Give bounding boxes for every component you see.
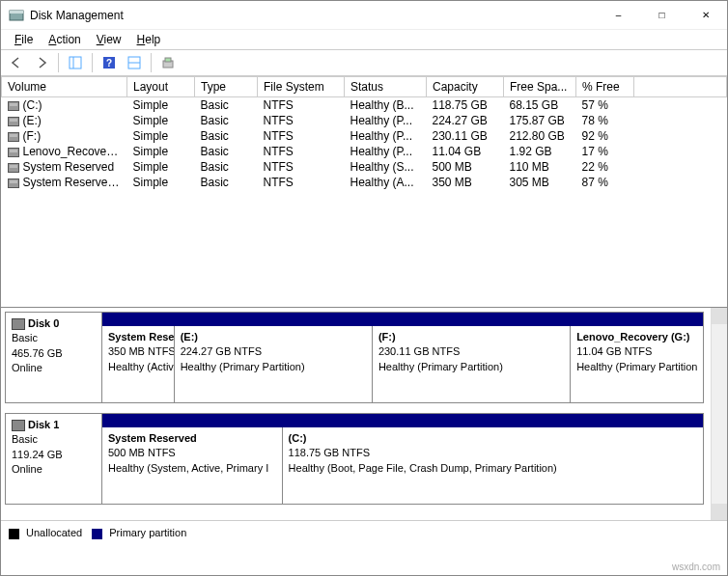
volume-free: 110 MB xyxy=(504,159,576,175)
forward-button[interactable] xyxy=(30,52,53,73)
settings-button[interactable] xyxy=(123,52,146,73)
col-pctfree[interactable]: % Free xyxy=(576,77,634,97)
partition-size: 350 MB NTFS xyxy=(108,345,175,357)
volume-row[interactable]: Lenovo_Recovery ...SimpleBasicNTFSHealth… xyxy=(2,144,727,159)
partition[interactable]: (C:)118.75 GB NTFSHealthy (Boot, Page Fi… xyxy=(283,427,703,504)
legend-primary: Primary partition xyxy=(92,527,186,539)
col-free[interactable]: Free Spa... xyxy=(504,77,576,97)
minimize-button[interactable]: – xyxy=(597,1,640,30)
volume-list[interactable]: Volume Layout Type File System Status Ca… xyxy=(1,76,727,308)
volume-fs: NTFS xyxy=(258,144,345,159)
app-icon xyxy=(9,8,24,23)
refresh-button[interactable] xyxy=(156,52,180,73)
window-title: Disk Management xyxy=(30,9,597,22)
col-fs[interactable]: File System xyxy=(258,77,345,97)
partition-title: (C:) xyxy=(289,432,307,444)
partition[interactable]: System Reser350 MB NTFSHealthy (Activ xyxy=(102,326,175,402)
volume-icon xyxy=(8,178,19,188)
volume-icon xyxy=(8,101,19,111)
volume-type: Basic xyxy=(195,144,258,159)
partition-status: Healthy (System, Active, Primary I xyxy=(108,462,268,474)
col-volume[interactable]: Volume xyxy=(2,77,127,97)
partition-title: Lenovo_Recovery (G:) xyxy=(576,331,689,343)
volume-fs: NTFS xyxy=(258,159,345,175)
title-bar: Disk Management – □ ✕ xyxy=(1,1,727,30)
menu-file[interactable]: File xyxy=(9,31,39,48)
volume-status: Healthy (B... xyxy=(345,97,427,114)
volume-type: Basic xyxy=(195,128,258,144)
legend-unallocated-label: Unallocated xyxy=(26,527,82,538)
svg-text:?: ? xyxy=(106,58,112,69)
disk-color-bar xyxy=(102,313,703,326)
volume-pct: 22 % xyxy=(576,159,634,175)
partition[interactable]: (F:)230.11 GB NTFSHealthy (Primary Parti… xyxy=(373,326,571,402)
volume-pct: 78 % xyxy=(576,113,634,128)
volume-fs: NTFS xyxy=(258,175,345,190)
volume-row[interactable]: System ReservedSimpleBasicNTFSHealthy (S… xyxy=(2,159,727,175)
toolbar-separator xyxy=(58,53,59,72)
col-layout[interactable]: Layout xyxy=(127,77,195,97)
volume-status: Healthy (S... xyxy=(345,159,427,175)
volume-status: Healthy (P... xyxy=(345,128,427,144)
volume-name: (C:) xyxy=(23,98,42,112)
col-spacer xyxy=(634,77,727,97)
toolbar-separator xyxy=(151,53,152,72)
unallocated-swatch xyxy=(9,529,19,539)
close-button[interactable]: ✕ xyxy=(684,1,727,30)
volume-name: System Reserved xyxy=(23,160,115,174)
volume-row[interactable]: (E:)SimpleBasicNTFSHealthy (P...224.27 G… xyxy=(2,113,727,128)
scrollbar[interactable] xyxy=(711,308,727,520)
partition[interactable]: (E:)224.27 GB NTFSHealthy (Primary Parti… xyxy=(175,326,373,402)
disk-status: Online xyxy=(12,361,96,375)
col-capacity[interactable]: Capacity xyxy=(427,77,504,97)
volume-capacity: 230.11 GB xyxy=(427,128,504,144)
column-headers[interactable]: Volume Layout Type File System Status Ca… xyxy=(2,77,727,97)
partition-title: (E:) xyxy=(181,331,198,343)
help-button[interactable]: ? xyxy=(98,52,121,73)
volume-layout: Simple xyxy=(127,128,195,144)
volume-row[interactable]: (F:)SimpleBasicNTFSHealthy (P...230.11 G… xyxy=(2,128,727,144)
svg-rect-1 xyxy=(10,11,23,14)
volume-row[interactable]: (C:)SimpleBasicNTFSHealthy (B...118.75 G… xyxy=(2,97,727,114)
menu-help[interactable]: Help xyxy=(131,31,167,48)
graphical-view: Disk 0Basic465.76 GBOnlineSystem Reser35… xyxy=(1,308,727,520)
col-type[interactable]: Type xyxy=(195,77,258,97)
partition-title: System Reser xyxy=(108,331,175,343)
volume-free: 305 MB xyxy=(504,175,576,190)
volume-name: (E:) xyxy=(23,114,42,127)
disk-label[interactable]: Disk 1Basic119.24 GBOnline xyxy=(6,414,102,504)
disk-row: Disk 1Basic119.24 GBOnlineSystem Reserve… xyxy=(5,413,704,505)
volume-capacity: 500 MB xyxy=(427,159,504,175)
disk-name: Disk 0 xyxy=(28,317,59,329)
volume-layout: Simple xyxy=(127,97,195,114)
volume-icon xyxy=(8,132,19,142)
disk-type: Basic xyxy=(12,331,96,345)
volume-fs: NTFS xyxy=(258,97,345,114)
volume-free: 212.80 GB xyxy=(504,128,576,144)
menu-action[interactable]: Action xyxy=(42,31,86,48)
back-button[interactable] xyxy=(5,52,28,73)
partition-status: Healthy (Primary Partition xyxy=(576,361,697,372)
disk-size: 119.24 GB xyxy=(12,448,96,462)
menu-view[interactable]: View xyxy=(91,31,127,48)
partition[interactable]: System Reserved500 MB NTFSHealthy (Syste… xyxy=(102,427,283,504)
partition-status: Healthy (Primary Partition) xyxy=(181,361,305,372)
toolbar-separator xyxy=(92,53,93,72)
partition[interactable]: Lenovo_Recovery (G:)11.04 GB NTFSHealthy… xyxy=(571,326,703,402)
partition-size: 500 MB NTFS xyxy=(108,447,176,458)
toolbar: ? xyxy=(1,49,727,76)
disk-icon xyxy=(12,420,25,431)
maximize-button[interactable]: □ xyxy=(640,1,684,30)
show-hide-console-tree-button[interactable] xyxy=(64,52,87,73)
volume-row[interactable]: System Reserved (...SimpleBasicNTFSHealt… xyxy=(2,175,727,190)
disk-name: Disk 1 xyxy=(28,419,59,430)
watermark: wsxdn.com xyxy=(672,562,720,572)
volume-free: 1.92 GB xyxy=(504,144,576,159)
partition-size: 224.27 GB NTFS xyxy=(181,345,262,357)
volume-pct: 57 % xyxy=(576,97,634,114)
disk-label[interactable]: Disk 0Basic465.76 GBOnline xyxy=(6,313,102,402)
partition-title: (F:) xyxy=(378,331,396,343)
col-status[interactable]: Status xyxy=(345,77,427,97)
volume-type: Basic xyxy=(195,97,258,114)
svg-rect-9 xyxy=(165,58,171,62)
